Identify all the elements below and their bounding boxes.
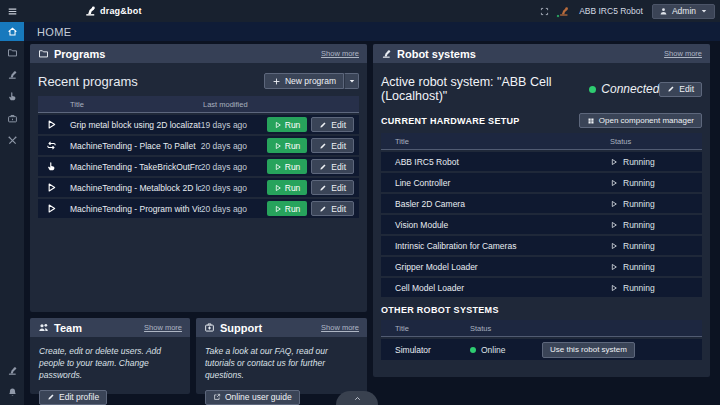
pencil-icon	[319, 205, 327, 213]
loop-icon	[46, 140, 57, 151]
edit-button[interactable]: Edit	[311, 201, 354, 216]
table-row[interactable]: MachineTending - Program with Vision 20 …	[38, 199, 359, 218]
hardware-table: Title Status ABB IRC5 Robot Running Line…	[381, 133, 702, 297]
edit-button[interactable]: Edit	[311, 138, 354, 153]
support-show-more-link[interactable]: Show more	[321, 323, 359, 332]
table-row[interactable]: MachineTending - Place To Pallet 20 days…	[38, 136, 359, 155]
team-show-more-link[interactable]: Show more	[144, 323, 182, 332]
new-program-dropdown-button[interactable]	[344, 73, 359, 89]
table-header: Title Last modified	[38, 96, 359, 113]
column-title: Title	[395, 324, 470, 333]
active-robot-label[interactable]: ABB IRC5 Robot	[579, 6, 643, 16]
table-row[interactable]: Simulator Online Use this robot system	[381, 339, 702, 360]
table-row[interactable]: Grip metal block using 2D localization 1…	[38, 115, 359, 134]
table-row[interactable]: Intrinsic Calibration for Cameras Runnin…	[381, 236, 702, 255]
sidebar-item-notifications[interactable]	[0, 381, 24, 403]
column-status: Status	[610, 137, 631, 146]
table-row[interactable]: Vision Module Running	[381, 215, 702, 234]
column-title: Title	[65, 100, 203, 109]
sidebar-item-toolbox[interactable]	[0, 107, 24, 129]
edit-robot-system-button[interactable]: Edit	[659, 82, 702, 97]
menu-icon[interactable]	[7, 6, 18, 17]
people-icon	[38, 322, 49, 333]
expand-drawer-tab[interactable]	[336, 391, 378, 405]
chevron-up-icon	[353, 394, 362, 403]
run-button[interactable]: Run	[267, 117, 308, 132]
home-icon	[7, 26, 18, 37]
fullscreen-icon[interactable]	[540, 7, 549, 16]
table-row[interactable]: ABB IRC5 Robot Running	[381, 152, 702, 171]
program-title: MachineTending - Program with Vision	[65, 204, 201, 214]
active-robot-system-label: Active robot system: "ABB Cell (Localhos…	[381, 75, 582, 103]
table-row[interactable]: Line Controller Running	[381, 173, 702, 192]
online-user-guide-button[interactable]: Online user guide	[205, 390, 300, 405]
program-title: MachineTending - TakeBrickOutFromMachine	[65, 162, 201, 172]
sidebar-item-operator[interactable]	[0, 85, 24, 107]
robot-systems-panel: Robot systems Show more Active robot sys…	[373, 44, 710, 377]
column-status: Status	[470, 324, 491, 333]
play-icon	[610, 242, 618, 250]
connection-status: Connected	[601, 82, 659, 96]
run-button[interactable]: Run	[267, 138, 308, 153]
play-icon	[46, 182, 57, 193]
chevron-down-icon	[348, 77, 356, 85]
support-description: Take a look at our FAQ, read our tutoria…	[205, 346, 358, 382]
run-button[interactable]: Run	[267, 180, 308, 195]
play-icon	[274, 121, 282, 129]
table-row[interactable]: Basler 2D Camera Running	[381, 194, 702, 213]
table-row[interactable]: MachineTending - Metalblock 2D localizat…	[38, 178, 359, 197]
run-button[interactable]: Run	[267, 201, 308, 216]
pencil-icon	[319, 142, 327, 150]
program-modified: 19 days ago	[201, 120, 267, 130]
open-component-manager-button[interactable]: Open component manager	[579, 113, 702, 128]
sidebar-item-robot[interactable]	[0, 359, 24, 381]
sidebar-item-programs[interactable]	[0, 41, 24, 63]
new-program-button[interactable]: New program	[264, 73, 344, 89]
table-header: Title Status	[381, 133, 702, 150]
folder-icon	[7, 47, 18, 58]
status-badge: Running	[610, 283, 655, 293]
support-panel-header: Support Show more	[196, 318, 367, 337]
robot-connection-indicator[interactable]	[558, 5, 570, 17]
admin-menu-button[interactable]: Admin	[652, 4, 715, 19]
robot-arm-icon	[7, 69, 18, 80]
connected-status-dot	[589, 86, 596, 93]
pencil-icon	[319, 184, 327, 192]
team-panel-title: Team	[54, 322, 82, 334]
robot-online-dot	[556, 14, 560, 18]
other-robot-systems-title: OTHER ROBOT SYSTEMS	[381, 305, 499, 315]
program-title: MachineTending - Place To Pallet	[65, 141, 201, 151]
sidebar	[0, 22, 24, 405]
breadcrumb: HOME	[24, 22, 720, 41]
play-icon	[610, 284, 618, 292]
edit-button[interactable]: Edit	[311, 180, 354, 195]
recent-programs-table: Title Last modified Grip metal block usi…	[38, 96, 359, 218]
admin-menu-label: Admin	[672, 6, 696, 16]
edit-button[interactable]: Edit	[311, 159, 354, 174]
sidebar-item-home[interactable]	[0, 22, 24, 41]
dragbot-logo-icon	[84, 4, 97, 17]
app-logo-text: drag&bot	[100, 6, 142, 16]
table-row[interactable]: Gripper Model Loader Running	[381, 257, 702, 276]
program-modified: 20 days ago	[201, 183, 267, 193]
edit-profile-button[interactable]: Edit profile	[39, 390, 107, 405]
support-panel-title: Support	[220, 322, 262, 334]
play-icon	[610, 200, 618, 208]
toolbox-icon	[7, 113, 18, 124]
robot-systems-panel-header: Robot systems Show more	[373, 44, 710, 63]
sidebar-item-robot-systems[interactable]	[0, 63, 24, 85]
edit-button[interactable]: Edit	[311, 117, 354, 132]
table-row[interactable]: Cell Model Loader Running	[381, 278, 702, 297]
new-program-split-button: New program	[264, 73, 359, 89]
use-robot-system-button[interactable]: Use this robot system	[542, 342, 635, 358]
robot-systems-show-more-link[interactable]: Show more	[664, 49, 702, 58]
programs-show-more-link[interactable]: Show more	[321, 49, 359, 58]
table-row[interactable]: MachineTending - TakeBrickOutFromMachine…	[38, 157, 359, 176]
first-aid-icon	[204, 322, 215, 333]
hand-icon	[46, 161, 57, 172]
run-button[interactable]: Run	[267, 159, 308, 174]
plus-icon	[272, 77, 281, 86]
programs-panel: Programs Show more Recent programs New p…	[30, 44, 367, 312]
app-logo: drag&bot	[84, 4, 142, 17]
sidebar-item-tools[interactable]	[0, 129, 24, 151]
